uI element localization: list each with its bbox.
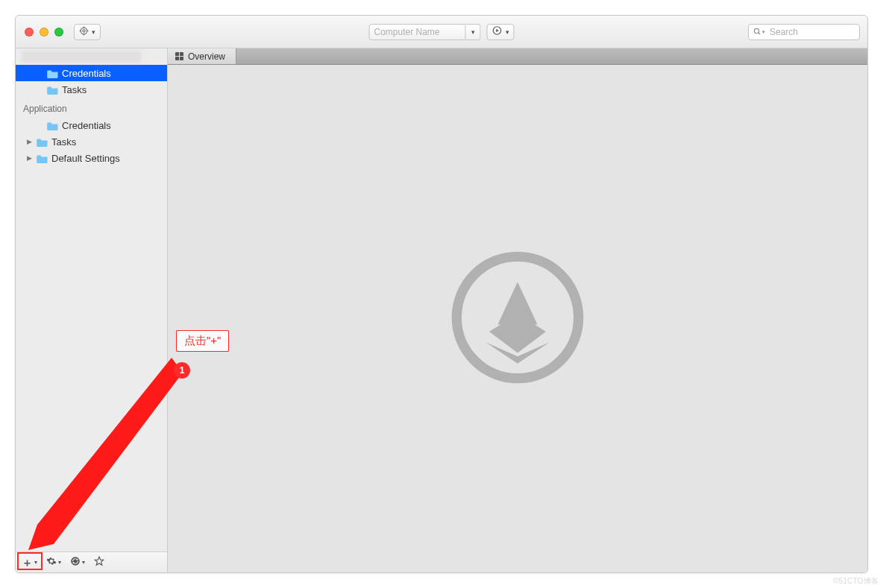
disclosure-triangle-icon[interactable]: ▶ bbox=[25, 138, 34, 145]
sidebar-item-credentials[interactable]: Credentials bbox=[16, 65, 167, 81]
computer-name-dropdown[interactable]: ▾ bbox=[466, 24, 481, 40]
chevron-down-icon: ▾ bbox=[82, 559, 85, 566]
add-button[interactable]: ＋▾ bbox=[22, 557, 37, 568]
search-input[interactable] bbox=[768, 26, 855, 38]
tab-bar: Overview bbox=[168, 48, 867, 65]
svg-point-0 bbox=[81, 28, 87, 34]
sidebar-item-app-credentials[interactable]: Credentials bbox=[16, 117, 167, 133]
star-icon bbox=[94, 556, 104, 569]
folder-icon bbox=[47, 121, 59, 130]
app-logo-watermark bbox=[447, 247, 588, 391]
sidebar-item-label: Tasks bbox=[62, 84, 87, 95]
chevron-down-icon: ▾ bbox=[92, 28, 95, 36]
minimize-window-button[interactable] bbox=[40, 28, 48, 37]
action-gear-menu[interactable]: ▾ bbox=[46, 556, 61, 569]
sync-circle-icon bbox=[70, 556, 81, 569]
sidebar-group-application: Application bbox=[16, 98, 167, 117]
svg-marker-11 bbox=[95, 557, 104, 565]
toolbar-center: Computer Name ▾ ▾ bbox=[369, 24, 515, 40]
corner-watermark: ©51CTO博客 bbox=[833, 576, 879, 587]
computer-header-row[interactable] bbox=[16, 48, 167, 65]
search-field[interactable]: ▾ bbox=[748, 24, 860, 40]
computer-name-field[interactable]: Computer Name bbox=[369, 24, 466, 40]
svg-point-8 bbox=[754, 28, 758, 33]
chevron-down-icon: ▾ bbox=[762, 29, 765, 35]
svg-point-10 bbox=[71, 557, 80, 566]
sidebar-item-label: Tasks bbox=[51, 136, 76, 148]
tab-overview[interactable]: Overview bbox=[168, 48, 236, 64]
folder-icon bbox=[37, 137, 48, 147]
chevron-down-icon: ▾ bbox=[58, 559, 61, 566]
computer-combo: Computer Name ▾ bbox=[369, 24, 481, 40]
sidebar: Credentials Tasks Application bbox=[16, 48, 168, 572]
target-scope-menu[interactable]: ▾ bbox=[74, 24, 101, 40]
folder-icon bbox=[47, 85, 59, 95]
computer-name-placeholder: Computer Name bbox=[374, 27, 440, 37]
sidebar-item-tasks[interactable]: Tasks bbox=[16, 81, 167, 98]
svg-marker-7 bbox=[496, 29, 499, 33]
sidebar-item-default-settings[interactable]: ▶ Default Settings bbox=[16, 150, 167, 166]
close-window-button[interactable] bbox=[25, 28, 34, 37]
titlebar: ▾ Computer Name ▾ ▾ bbox=[16, 16, 867, 48]
main-content: Overview bbox=[168, 48, 867, 572]
sidebar-item-label: Credentials bbox=[62, 120, 111, 131]
content-empty-state bbox=[168, 65, 867, 572]
sidebar-item-app-tasks[interactable]: ▶ Tasks bbox=[16, 133, 167, 150]
tab-label: Overview bbox=[188, 51, 225, 62]
search-icon: ▾ bbox=[753, 28, 765, 36]
folder-icon bbox=[47, 69, 59, 78]
run-menu[interactable]: ▾ bbox=[487, 24, 515, 40]
svg-line-9 bbox=[758, 33, 760, 34]
toolbar-right: ▾ bbox=[748, 24, 860, 40]
computer-name-blurred bbox=[22, 51, 141, 63]
play-circle-icon bbox=[492, 25, 503, 38]
sidebar-item-label: Credentials bbox=[62, 68, 111, 79]
svg-point-1 bbox=[83, 29, 85, 31]
overview-grid-icon bbox=[175, 52, 183, 60]
window-controls bbox=[25, 28, 63, 37]
chevron-down-icon: ▾ bbox=[506, 28, 509, 36]
sidebar-bottom-bar: ＋▾ ▾ ▾ bbox=[16, 551, 167, 572]
gear-icon bbox=[46, 556, 57, 569]
chevron-down-icon: ▾ bbox=[471, 28, 475, 36]
plus-icon: ＋ bbox=[22, 557, 33, 568]
folder-icon bbox=[37, 154, 48, 163]
favorite-button[interactable] bbox=[94, 556, 104, 569]
app-window: ▾ Computer Name ▾ ▾ bbox=[15, 15, 868, 573]
sidebar-item-label: Default Settings bbox=[51, 153, 120, 164]
zoom-window-button[interactable] bbox=[54, 28, 63, 37]
target-icon bbox=[79, 26, 89, 38]
disclosure-triangle-icon[interactable]: ▶ bbox=[25, 154, 34, 162]
chevron-down-icon: ▾ bbox=[34, 559, 37, 566]
sync-menu[interactable]: ▾ bbox=[70, 556, 85, 569]
